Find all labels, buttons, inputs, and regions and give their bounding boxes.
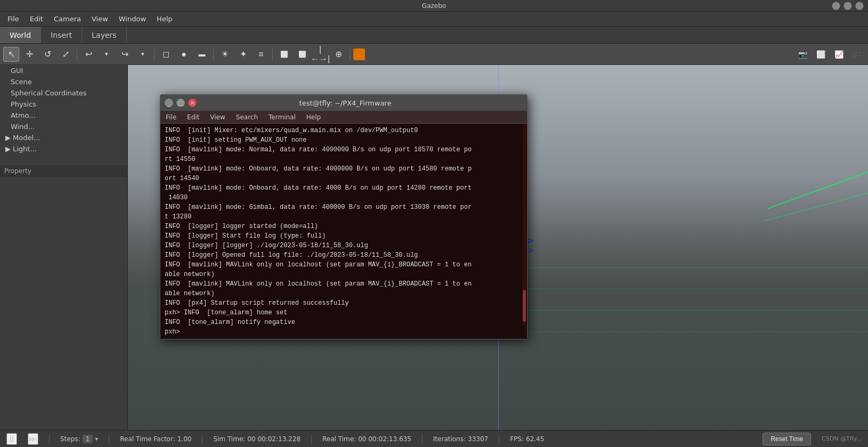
panel-item-spherical[interactable]: Spherical Coordinates — [0, 87, 127, 99]
terminal-line: INFO [mavlink] mode: Normal, data rate: … — [165, 145, 523, 155]
menu-edit[interactable]: Edit — [25, 14, 48, 24]
tool-copy[interactable]: ⬜ — [276, 47, 292, 62]
chevron-right-icon: ▶ — [5, 134, 11, 142]
tool-screenshot[interactable]: 📷 — [794, 47, 810, 62]
tool-rotate[interactable]: ↺ — [39, 47, 55, 62]
tool-dir-light[interactable]: ≡ — [253, 47, 269, 62]
panel-item-physics[interactable]: Physics — [0, 99, 127, 110]
terminal-minimize-btn[interactable]: _ — [165, 99, 173, 107]
real-time: Real Time: 00 00:02:13.635 — [322, 435, 411, 443]
terminal-line: INFO [mavlink] mode: Onboard, data rate:… — [165, 183, 523, 193]
terminal-line: able network) — [165, 270, 523, 279]
panel-item-scene[interactable]: Scene — [0, 76, 127, 87]
panel-item-model[interactable]: ▶ Model... — [0, 132, 127, 143]
terminal-title: test@tfly: ~/PX4_Firmware — [299, 99, 392, 107]
terminal-line: INFO [logger] Opened full log file: ./lo… — [165, 250, 523, 260]
iterations: Iterations: 33307 — [433, 435, 488, 443]
chevron-right-icon2: ▶ — [5, 145, 11, 153]
app-title: Gazebo — [422, 2, 446, 10]
sep1 — [77, 48, 77, 61]
steps-dropdown[interactable]: ▾ — [95, 435, 98, 443]
tool-record[interactable]: ⬜ — [813, 47, 829, 62]
tab-insert[interactable]: Insert — [41, 27, 82, 43]
pause-button[interactable]: ⏸ — [6, 433, 17, 445]
terminal-title-bar: _ □ ✕ test@tfly: ~/PX4_Firmware — [160, 95, 527, 111]
tool-video[interactable]: 🎥 — [849, 47, 865, 62]
status-sep-1 — [49, 434, 50, 444]
panel-item-light[interactable]: ▶ Light... — [0, 143, 127, 155]
terminal-scrollbar[interactable] — [523, 124, 526, 326]
terminal-scrollbar-thumb[interactable] — [523, 290, 526, 322]
sim-time-label: Sim Time: — [213, 435, 245, 443]
terminal-line: INFO [logger] Start file log (type: full… — [165, 231, 523, 241]
status-sep-5 — [422, 434, 423, 444]
sep4 — [272, 48, 273, 61]
tool-redo2[interactable]: ▾ — [135, 47, 151, 62]
status-sep-4 — [311, 434, 312, 444]
tool-translate[interactable]: ✛ — [21, 47, 37, 62]
steps-control: Steps: 1 ▾ — [60, 435, 98, 443]
terminal-line: INFO [mavlink] mode: Onboard, data rate:… — [165, 164, 523, 174]
tool-align[interactable]: |←→| — [312, 47, 328, 62]
tool-box[interactable]: ◻ — [158, 47, 174, 62]
watermark: CSDN @Tfly... — [822, 435, 862, 442]
steps-value: 1 — [83, 435, 93, 443]
menu-window[interactable]: Window — [113, 14, 151, 24]
menu-file[interactable]: File — [2, 14, 25, 24]
terminal-line: 14030 — [165, 193, 523, 202]
term-menu-edit[interactable]: Edit — [184, 112, 202, 122]
window-minimize[interactable] — [832, 2, 840, 10]
tool-undo[interactable]: ↩ — [80, 47, 96, 62]
term-menu-terminal[interactable]: Terminal — [265, 112, 299, 122]
panel-item-atmo[interactable]: Atmo... — [0, 110, 127, 121]
tab-world[interactable]: World — [0, 27, 41, 43]
tool-spot-light[interactable]: ✦ — [235, 47, 251, 62]
status-sep-3 — [202, 434, 202, 444]
terminal-line: pxh> INFO [tone_alarm] home set — [165, 308, 523, 318]
term-menu-help[interactable]: Help — [303, 112, 324, 122]
window-maximize[interactable] — [843, 2, 852, 10]
tool-plot[interactable]: 📈 — [831, 47, 847, 62]
terminal-line: INFO [tone_alarm] notify negative — [165, 318, 523, 327]
terminal-line: able network) — [165, 289, 523, 298]
reset-time-button[interactable]: Reset Time — [762, 433, 811, 445]
panel-item-gui[interactable]: GUI — [0, 65, 127, 76]
term-menu-file[interactable]: File — [163, 112, 180, 122]
tool-orange[interactable] — [353, 48, 365, 60]
steps-label: Steps: — [60, 435, 80, 443]
sim-time: Sim Time: 00 00:02:13.228 — [213, 435, 301, 443]
tool-cylinder[interactable]: ▬ — [194, 47, 210, 62]
tool-paste[interactable]: ⬜ — [294, 47, 310, 62]
tool-undo2[interactable]: ▾ — [99, 47, 115, 62]
tool-sphere[interactable]: ● — [176, 47, 192, 62]
terminal-body[interactable]: * PWM_MAIN_OUT: curr: 0 -> new: 1234INFO… — [160, 124, 527, 339]
menu-view[interactable]: View — [86, 14, 113, 24]
terminal-line: rt 14550 — [165, 155, 523, 164]
viewport[interactable]: _ □ ✕ test@tfly: ~/PX4_Firmware File Edi… — [128, 65, 868, 430]
terminal-window: _ □ ✕ test@tfly: ~/PX4_Firmware File Edi… — [160, 94, 528, 339]
window-close[interactable] — [855, 2, 864, 10]
status-bar: ⏸ ⏭ Steps: 1 ▾ Real Time Factor: 1.00 Si… — [0, 430, 868, 447]
tool-scale[interactable]: ⤢ — [58, 47, 74, 62]
terminal-close-btn[interactable]: ✕ — [188, 99, 197, 107]
tab-layers[interactable]: Layers — [82, 27, 126, 43]
term-menu-view[interactable]: View — [207, 112, 228, 122]
tool-snap[interactable]: ⊕ — [330, 47, 346, 62]
tool-redo[interactable]: ↪ — [117, 47, 133, 62]
terminal-line: INFO [logger] logger started (mode=all) — [165, 222, 523, 231]
terminal-line: INFO [mavlink] MAVLink only on localhost… — [165, 279, 523, 289]
terminal-line: INFO [mavlink] MAVLink only on localhost… — [165, 260, 523, 270]
panel-item-wind[interactable]: Wind... — [0, 121, 127, 132]
tool-select[interactable]: ↖ — [3, 47, 19, 62]
term-menu-search[interactable]: Search — [233, 112, 261, 122]
real-time-label: Real Time: — [322, 435, 356, 443]
next-frame-button[interactable]: ⏭ — [28, 433, 38, 445]
terminal-maximize-btn[interactable]: □ — [176, 99, 185, 107]
sep2 — [154, 48, 155, 61]
menu-help[interactable]: Help — [151, 14, 178, 24]
grid-line-diagonal-2 — [765, 193, 868, 221]
tool-point-light[interactable]: ☀ — [217, 47, 233, 62]
tabs-bar: World Insert Layers — [0, 27, 868, 44]
menu-camera[interactable]: Camera — [48, 14, 86, 24]
terminal-menu: File Edit View Search Terminal Help — [160, 111, 527, 124]
